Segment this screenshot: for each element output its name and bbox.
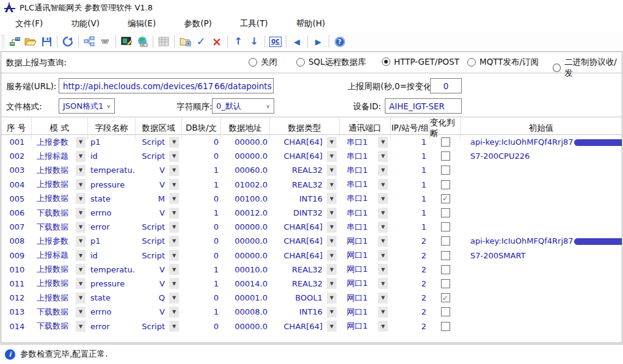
cell-db-block[interactable]: 0 bbox=[182, 222, 221, 231]
col-header-mode[interactable]: 模 式 bbox=[32, 117, 88, 139]
dropdown-button[interactable]: ▼ bbox=[169, 137, 179, 148]
help-icon[interactable]: ? bbox=[332, 34, 347, 49]
cell-mode[interactable]: 上报参数 bbox=[32, 137, 73, 148]
change-detect-checkbox[interactable]: ✓ bbox=[441, 194, 450, 203]
dropdown-button[interactable]: ▼ bbox=[327, 165, 337, 176]
table-row[interactable]: 013 下载数据 ▼ errno V ▼ 1 00008.0 INT16 ▼ 网… bbox=[1, 305, 622, 319]
connect-icon[interactable] bbox=[7, 34, 22, 49]
byte-order-select[interactable]: 0_默认 ∨ bbox=[212, 98, 274, 114]
network-device-icon[interactable] bbox=[135, 34, 150, 49]
table-row[interactable]: 011 上报数据 ▼ pressure V ▼ 1 00014.0 REAL32… bbox=[1, 277, 622, 291]
nav-next-icon[interactable]: ▶ bbox=[311, 34, 326, 49]
cell-data-address[interactable]: 00000.0 bbox=[221, 222, 270, 231]
dropdown-button[interactable]: ▼ bbox=[76, 321, 86, 332]
col-header-init[interactable]: 初始值 bbox=[461, 117, 622, 139]
col-header-db[interactable]: DB块/文 bbox=[182, 117, 221, 139]
dropdown-button[interactable]: ▼ bbox=[378, 321, 388, 332]
dropdown-button[interactable]: ▼ bbox=[169, 278, 179, 289]
change-detect-checkbox[interactable]: ✓ bbox=[441, 222, 450, 231]
cell-db-block[interactable]: 1 bbox=[182, 265, 221, 274]
dropdown-button[interactable]: ▼ bbox=[378, 193, 388, 204]
col-header-seq[interactable]: 序 号 bbox=[1, 117, 32, 139]
radio-option-sql[interactable]: SQL远程数据库 bbox=[296, 57, 366, 68]
table-row[interactable]: 014 下载数据 ▼ error Script ▼ 0 00000.0 CHAR… bbox=[1, 319, 622, 333]
cell-mode[interactable]: 下载数据 bbox=[32, 307, 73, 318]
cell-ip-station[interactable]: 2 bbox=[391, 293, 430, 302]
cell-ip-station[interactable]: 1 bbox=[391, 208, 430, 217]
change-detect-checkbox[interactable]: ✓ bbox=[441, 166, 450, 175]
dropdown-button[interactable]: ▼ bbox=[76, 307, 86, 318]
col-header-field[interactable]: 字段名称 bbox=[88, 117, 136, 139]
dropdown-button[interactable]: ▼ bbox=[169, 236, 179, 247]
dropdown-button[interactable]: ▼ bbox=[378, 307, 388, 318]
dropdown-button[interactable]: ▼ bbox=[76, 137, 86, 148]
cell-db-block[interactable]: 1 bbox=[182, 208, 221, 217]
dropdown-button[interactable]: ▼ bbox=[327, 250, 337, 261]
cell-mode[interactable]: 下载数据 bbox=[32, 321, 73, 332]
dropdown-button[interactable]: ▼ bbox=[378, 137, 388, 148]
cell-mode[interactable]: 上报数据 bbox=[32, 264, 73, 275]
dropdown-button[interactable]: ▼ bbox=[378, 250, 388, 261]
cell-data-type[interactable]: BOOL1 bbox=[270, 293, 324, 302]
cell-data-area[interactable]: Script bbox=[136, 322, 166, 331]
dropdown-button[interactable]: ▼ bbox=[327, 278, 337, 289]
qc-check-icon[interactable]: QC bbox=[268, 34, 283, 49]
table-row[interactable]: 002 上报标题 ▼ id Script ▼ 0 00000.0 CHAR[64… bbox=[1, 149, 622, 163]
table-row[interactable]: 007 下载数据 ▼ error Script ▼ 0 00000.0 CHAR… bbox=[1, 220, 622, 234]
dropdown-button[interactable]: ▼ bbox=[378, 236, 388, 247]
table-row[interactable]: 010 上报数据 ▼ temperatu... V ▼ 1 00010.0 RE… bbox=[1, 263, 622, 277]
cell-data-address[interactable]: 00014.0 bbox=[221, 279, 270, 288]
menu-params[interactable]: 参数(P) bbox=[175, 16, 221, 31]
dropdown-button[interactable]: ▼ bbox=[76, 250, 86, 261]
dropdown-button[interactable]: ▼ bbox=[76, 151, 86, 162]
dropdown-button[interactable]: ▼ bbox=[169, 208, 179, 219]
menu-edit[interactable]: 编辑(E) bbox=[118, 16, 165, 31]
move-up-icon[interactable]: ↑ bbox=[231, 34, 246, 49]
col-header-addr[interactable]: 数据地址 bbox=[221, 117, 270, 139]
table-row[interactable]: 008 上报参数 ▼ p1 Script ▼ 0 00000.0 CHAR[64… bbox=[1, 234, 622, 248]
cell-field-name[interactable]: p1 bbox=[88, 236, 136, 246]
cell-comm-port[interactable]: 网口1 bbox=[340, 250, 375, 261]
cell-ip-station[interactable]: 1 bbox=[391, 166, 430, 175]
cell-mode[interactable]: 下载数据 bbox=[32, 208, 73, 219]
cell-data-area[interactable]: V bbox=[136, 279, 166, 288]
cell-comm-port[interactable]: 网口1 bbox=[340, 278, 375, 289]
cell-comm-port[interactable]: 串口1 bbox=[340, 179, 375, 190]
device-config-icon[interactable] bbox=[119, 34, 134, 49]
cell-ip-station[interactable]: 1 bbox=[391, 180, 430, 189]
dropdown-button[interactable]: ▼ bbox=[378, 222, 388, 233]
cell-data-area[interactable]: Script bbox=[136, 222, 166, 231]
cell-data-type[interactable]: CHAR[64] bbox=[270, 137, 324, 147]
cell-data-type[interactable]: REAL32 bbox=[270, 265, 324, 274]
dropdown-button[interactable]: ▼ bbox=[169, 250, 179, 261]
cell-comm-port[interactable]: 串口1 bbox=[340, 222, 375, 233]
dropdown-button[interactable]: ▼ bbox=[327, 307, 337, 318]
cell-field-name[interactable]: error bbox=[88, 322, 136, 331]
cell-field-name[interactable]: error bbox=[88, 222, 136, 231]
dropdown-button[interactable]: ▼ bbox=[76, 278, 86, 289]
dropdown-button[interactable]: ▼ bbox=[327, 137, 337, 148]
dropdown-button[interactable]: ▼ bbox=[76, 222, 86, 233]
cell-ip-station[interactable]: 2 bbox=[391, 279, 430, 288]
topology-icon[interactable] bbox=[82, 34, 97, 49]
dropdown-button[interactable]: ▼ bbox=[169, 321, 179, 332]
cell-comm-port[interactable]: 网口1 bbox=[340, 307, 375, 318]
change-detect-checkbox[interactable]: ✓ bbox=[441, 180, 450, 189]
cell-field-name[interactable]: pressure bbox=[88, 279, 136, 288]
cell-ip-station[interactable]: 2 bbox=[391, 307, 430, 316]
cell-comm-port[interactable]: 网口1 bbox=[340, 236, 375, 247]
table-icon[interactable] bbox=[156, 34, 171, 49]
cell-comm-port[interactable]: 串口1 bbox=[340, 193, 375, 204]
cell-comm-port[interactable]: 串口1 bbox=[340, 165, 375, 176]
move-down-icon[interactable]: ↓ bbox=[247, 34, 261, 49]
cell-db-block[interactable]: 0 bbox=[182, 293, 221, 302]
cell-comm-port[interactable]: 串口1 bbox=[340, 151, 375, 162]
serial-port-icon[interactable] bbox=[98, 34, 112, 49]
cell-ip-station[interactable]: 1 bbox=[391, 151, 430, 161]
dropdown-button[interactable]: ▼ bbox=[169, 193, 179, 204]
dropdown-button[interactable]: ▼ bbox=[327, 151, 337, 162]
cell-data-type[interactable]: CHAR[64] bbox=[270, 151, 324, 161]
cell-mode[interactable]: 上报标题 bbox=[32, 250, 73, 261]
col-header-port[interactable]: 通讯端口 bbox=[340, 117, 391, 139]
cell-field-name[interactable]: id bbox=[88, 251, 136, 260]
